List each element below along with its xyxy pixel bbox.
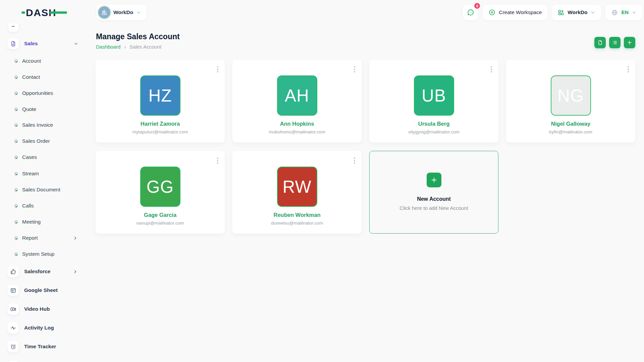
status-dot-icon [14, 236, 18, 240]
new-account-subtitle: Click here to add New Account [399, 205, 468, 211]
sidebar-item-report[interactable]: Report [0, 231, 88, 245]
chevron-down-icon [73, 41, 78, 46]
breadcrumb-current: Sales Account [129, 44, 161, 50]
sidebar-item-partial-bottom[interactable] [0, 360, 88, 362]
account-name-link[interactable]: Nigel Galloway [551, 121, 590, 127]
sidebar-group-sales[interactable]: Sales [0, 37, 88, 50]
sidebar-group-label: Sales [24, 41, 38, 47]
header-actions [594, 37, 635, 48]
account-name-link[interactable]: Reuben Workman [274, 212, 321, 218]
breadcrumb-separator: › [124, 44, 126, 50]
status-dot-icon [14, 188, 18, 191]
list-icon [612, 40, 618, 46]
sidebar: Sales Account Contact Opportunities Quot… [0, 23, 88, 362]
status-dot-icon [14, 59, 18, 63]
folder-icon [7, 361, 19, 362]
account-email: xitygyxig@mailinator.com [408, 129, 460, 134]
app-switcher-label: WorkDo [568, 9, 587, 15]
account-name-link[interactable]: Harriet Zamora [141, 121, 180, 127]
sidebar-item-system-setup[interactable]: System Setup [0, 247, 88, 261]
workspace-selector[interactable]: WorkDo [96, 5, 147, 20]
brand-logo[interactable]: DASH [21, 6, 67, 20]
plus-icon [627, 40, 633, 46]
alarm-clock-icon [7, 341, 19, 352]
document-icon [7, 38, 19, 49]
account-email: durewisu@mailinator.com [271, 221, 323, 226]
create-workspace-button[interactable]: Create Workspace [483, 5, 547, 20]
new-account-title: New Account [417, 196, 451, 202]
breadcrumb: Dashboard › Sales Account [96, 44, 161, 50]
chat-icon [467, 8, 475, 16]
thumbs-up-icon [7, 266, 19, 277]
kebab-menu-icon[interactable] [627, 65, 630, 74]
dash-icon [7, 23, 19, 32]
chevron-down-icon [136, 10, 141, 15]
account-email: kyfin@mailinator.com [549, 129, 592, 134]
language-code: EN [621, 9, 629, 15]
sidebar-item-google-sheet[interactable]: Google Sheet [0, 284, 88, 297]
status-dot-icon [14, 123, 18, 127]
sidebar-item-sales-document[interactable]: Sales Document [0, 183, 88, 196]
account-name-link[interactable]: Gage Garcia [144, 212, 176, 218]
account-card: RW Reuben Workman durewisu@mailinator.co… [232, 151, 362, 234]
kebab-menu-icon[interactable] [353, 156, 356, 165]
kebab-menu-icon[interactable] [216, 65, 219, 74]
grid-plus-icon [557, 9, 565, 16]
sidebar-item-account[interactable]: Account [0, 54, 88, 68]
export-file-icon [597, 40, 603, 46]
sidebar-item-contact[interactable]: Contact [0, 70, 88, 84]
table-icon [7, 285, 19, 296]
export-button[interactable] [594, 37, 606, 48]
account-name-link[interactable]: Ann Hopkins [280, 121, 314, 127]
sidebar-item-opportunities[interactable]: Opportunities [0, 86, 88, 100]
sidebar-item-calls[interactable]: Calls [0, 199, 88, 213]
kebab-menu-icon[interactable] [216, 156, 219, 165]
kebab-menu-icon[interactable] [353, 65, 356, 74]
create-workspace-label: Create Workspace [499, 9, 542, 15]
account-name-link[interactable]: Ursula Berg [418, 121, 450, 127]
account-email: nanupi@mailinator.com [137, 221, 184, 226]
chevron-right-icon [73, 236, 78, 241]
new-account-card[interactable]: New Account Click here to add New Accoun… [369, 151, 498, 234]
chevron-down-icon [632, 10, 637, 15]
plus-icon [427, 173, 441, 187]
language-selector[interactable]: EN [605, 5, 642, 20]
sidebar-item-video-hub[interactable]: Video Hub [0, 302, 88, 316]
breadcrumb-dashboard-link[interactable]: Dashboard [96, 44, 120, 50]
account-card: HZ Harriet Zamora mytapuluci@mailinator.… [96, 60, 225, 142]
sidebar-item-stream[interactable]: Stream [0, 167, 88, 180]
sidebar-item-quote[interactable]: Quote [0, 103, 88, 116]
add-account-button[interactable] [624, 37, 635, 48]
avatar: RW [277, 167, 317, 207]
status-dot-icon [14, 252, 18, 256]
topbar: DASH WorkDo [0, 0, 644, 23]
workspace-label: WorkDo [113, 9, 133, 15]
account-card: UB Ursula Berg xitygyxig@mailinator.com [369, 60, 498, 142]
account-email: mytapuluci@mailinator.com [132, 129, 188, 134]
status-dot-icon [14, 108, 18, 111]
sidebar-item-sales-order[interactable]: Sales Order [0, 134, 88, 148]
avatar: HZ [140, 75, 180, 116]
page-title: Manage Sales Account [96, 32, 180, 41]
sidebar-item-partial-top[interactable] [0, 23, 88, 33]
status-dot-icon [14, 139, 18, 143]
sidebar-item-time-tracker[interactable]: Time Tracker [0, 340, 88, 353]
account-card: AH Ann Hopkins mubohomo@mailinator.com [232, 60, 362, 142]
activity-icon [7, 322, 19, 334]
sidebar-item-meeting[interactable]: Meeting [0, 215, 88, 229]
sidebar-item-cases[interactable]: Cases [0, 150, 88, 164]
app-switcher-button[interactable]: WorkDo [552, 5, 601, 20]
list-view-button[interactable] [609, 37, 621, 48]
avatar: GG [140, 167, 180, 207]
avatar: NG [551, 75, 591, 116]
sidebar-item-salesforce[interactable]: Salesforce [0, 265, 88, 278]
sidebar-item-sales-invoice[interactable]: Sales Invoice [0, 118, 88, 132]
status-dot-icon [14, 220, 18, 224]
sidebar-item-activity-log[interactable]: Activity Log [0, 321, 88, 335]
messages-button[interactable]: 0 [463, 5, 478, 20]
account-email: mubohomo@mailinator.com [269, 129, 325, 134]
building-icon [98, 6, 110, 18]
status-dot-icon [14, 172, 18, 175]
dash-logo-icon: DASH [21, 6, 67, 19]
kebab-menu-icon[interactable] [490, 65, 493, 74]
